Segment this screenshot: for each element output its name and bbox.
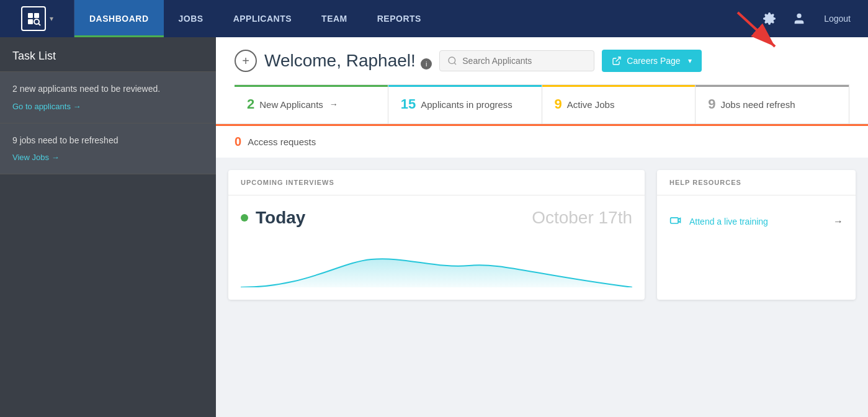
stat-num-active-jobs: 9: [555, 96, 562, 112]
today-dot: [241, 214, 248, 222]
stat-num-in-progress: 15: [401, 96, 416, 112]
task-card-jobs: 9 jobs need to be refreshed View Jobs →: [0, 123, 216, 175]
careers-page-label: Careers Page: [627, 56, 680, 66]
today-row: Today October 17th: [241, 208, 632, 228]
nav-right-actions: Logout: [757, 6, 868, 31]
interviews-body: Today October 17th: [228, 195, 645, 300]
help-body: Attend a live training →: [657, 195, 856, 248]
help-item-training-text: Attend a live training: [689, 217, 826, 226]
interviews-card-header: UPCOMING INTERVIEWS: [228, 170, 645, 195]
stat-num-jobs-refresh: 9: [708, 96, 715, 112]
nav-dashboard[interactable]: DASHBOARD: [74, 0, 164, 37]
help-item-training[interactable]: Attend a live training →: [669, 208, 843, 235]
help-item-arrow-icon: →: [833, 216, 843, 227]
stat-active-jobs[interactable]: 9 Active Jobs: [542, 85, 696, 123]
interviews-graph: [241, 238, 632, 287]
sidebar: Task List 2 new applicants need to be re…: [0, 37, 216, 417]
stat-applicants-in-progress[interactable]: 15 Applicants in progress: [388, 85, 542, 123]
nav-jobs[interactable]: JOBS: [164, 0, 218, 37]
svg-point-3: [34, 19, 39, 24]
logo-dropdown-icon[interactable]: ▾: [50, 14, 53, 23]
user-profile-button[interactable]: [787, 6, 812, 31]
careers-dropdown-icon[interactable]: ▾: [688, 56, 692, 65]
go-to-applicants-link[interactable]: Go to applicants →: [12, 102, 81, 111]
video-icon: [669, 214, 682, 229]
svg-line-8: [454, 63, 456, 65]
body-layout: Task List 2 new applicants need to be re…: [0, 37, 868, 417]
search-box[interactable]: [439, 50, 594, 71]
settings-button[interactable]: [757, 6, 782, 31]
main-content: + Welcome, Raphael! i: [216, 37, 868, 417]
view-jobs-link[interactable]: View Jobs →: [12, 153, 60, 162]
logout-button[interactable]: Logout: [817, 9, 858, 29]
search-icon: [447, 56, 457, 66]
access-requests-num: 0: [235, 135, 241, 149]
stat-jobs-need-refresh[interactable]: 9 Jobs need refresh: [696, 85, 849, 123]
task-card-jobs-text: 9 jobs need to be refreshed: [12, 135, 204, 147]
access-requests-row: 0 Access requests: [216, 124, 868, 158]
sidebar-title: Task List: [0, 37, 216, 72]
bottom-section: UPCOMING INTERVIEWS Today October 17th: [216, 158, 868, 312]
welcome-title: Welcome, Raphael! i: [264, 51, 432, 71]
help-header-title: HELP RESOURCES: [669, 179, 843, 186]
welcome-section: + Welcome, Raphael! i: [216, 37, 868, 124]
help-resources-card: HELP RESOURCES Attend a live training →: [657, 170, 856, 300]
svg-point-5: [797, 14, 802, 18]
stat-label-in-progress: Applicants in progress: [421, 99, 512, 110]
svg-point-7: [449, 57, 455, 64]
svg-line-9: [616, 57, 620, 61]
welcome-row: + Welcome, Raphael! i: [235, 50, 849, 72]
stat-label-active-jobs: Active Jobs: [567, 99, 615, 110]
nav-applicants[interactable]: APPLICANTS: [218, 0, 306, 37]
logo[interactable]: ▾: [0, 0, 74, 37]
nav-reports[interactable]: REPORTS: [362, 0, 436, 37]
stat-label-jobs-refresh: Jobs need refresh: [721, 99, 795, 110]
interviews-date: October 17th: [532, 208, 632, 228]
interviews-header-title: UPCOMING INTERVIEWS: [241, 179, 632, 186]
svg-rect-1: [34, 13, 39, 18]
stats-row: 2 New Applicants → 15 Applicants in prog…: [235, 84, 849, 123]
navbar: ▾ DASHBOARD JOBS APPLICANTS TEAM REPORTS…: [0, 0, 868, 37]
today-label: Today: [256, 208, 305, 228]
add-button[interactable]: +: [235, 50, 257, 72]
access-requests-label: Access requests: [248, 137, 316, 147]
stat-label-new-applicants: New Applicants: [259, 99, 323, 110]
stat-arrow-new-applicants: →: [329, 99, 338, 109]
external-link-icon: [612, 56, 622, 66]
svg-rect-10: [671, 218, 679, 223]
info-icon[interactable]: i: [421, 58, 432, 70]
logo-icon: [21, 6, 46, 31]
svg-rect-2: [28, 19, 33, 24]
svg-line-4: [38, 24, 40, 25]
task-card-applicants-text: 2 new applicants need to be reviewed.: [12, 83, 204, 96]
interviews-card: UPCOMING INTERVIEWS Today October 17th: [228, 170, 645, 300]
stat-new-applicants[interactable]: 2 New Applicants →: [235, 85, 388, 123]
svg-rect-0: [28, 13, 33, 18]
search-applicants-input[interactable]: [462, 56, 586, 66]
careers-page-button[interactable]: Careers Page ▾: [602, 50, 701, 72]
nav-team[interactable]: TEAM: [306, 0, 362, 37]
stat-num-new-applicants: 2: [247, 96, 254, 112]
help-card-header: HELP RESOURCES: [657, 170, 856, 195]
task-card-applicants: 2 new applicants need to be reviewed. Go…: [0, 72, 216, 123]
